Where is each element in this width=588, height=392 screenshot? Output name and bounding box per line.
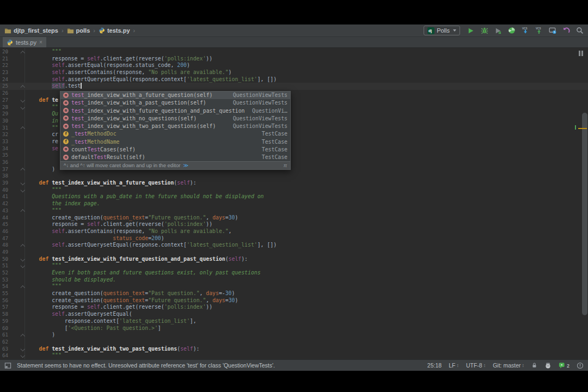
code-line[interactable]: 49	[0, 249, 588, 256]
code-line[interactable]: 20 """	[0, 48, 588, 56]
code-line[interactable]: 44 create_question(question_text="Future…	[0, 215, 588, 222]
code-line[interactable]: 39 def test_index_view_with_a_future_que…	[0, 180, 588, 187]
completion-item[interactable]: f_testMethodNameTestCase	[60, 138, 290, 145]
coverage-icon[interactable]	[494, 27, 502, 35]
fold-marker-icon[interactable]	[21, 181, 25, 186]
fold-marker-icon[interactable]	[21, 188, 25, 193]
hector-inspector-icon[interactable]	[544, 362, 552, 369]
code-line[interactable]: 41 Questions with a pub_date in the futu…	[0, 193, 588, 200]
completion-item[interactable]: mtest_index_view_with_two_past_questions…	[60, 122, 290, 130]
completion-match: test	[71, 108, 84, 114]
completion-item[interactable]: mtest_index_view_with_a_past_question(se…	[60, 99, 290, 107]
fold-marker-icon[interactable]	[21, 126, 25, 131]
completion-item[interactable]: mtest_index_view_with_future_question_an…	[60, 107, 290, 114]
fold-marker-icon[interactable]	[21, 258, 25, 262]
code-line[interactable]: 56 create_question(question_text="Future…	[0, 297, 588, 304]
code-line[interactable]: 59 response.context['latest_question_lis…	[0, 318, 588, 325]
line-ending-widget[interactable]: LF↕	[449, 362, 459, 369]
line-number: 41	[2, 193, 8, 200]
profiler-icon[interactable]	[507, 27, 516, 35]
completion-item[interactable]: mdefaultTestResult(self)TestCase	[60, 154, 290, 161]
hint-more-link[interactable]: ≫	[183, 162, 188, 168]
code-line[interactable]: 54 """	[0, 283, 588, 290]
changes-icon[interactable]	[548, 27, 556, 35]
code-line[interactable]: 23 self.assertContains(response, "No pol…	[0, 69, 588, 76]
code-line[interactable]: 24 self.assertQuerysetEqual(response.con…	[0, 76, 588, 83]
fold-marker-icon[interactable]	[21, 333, 25, 338]
debug-icon[interactable]	[480, 27, 488, 35]
fold-marker-icon[interactable]	[21, 354, 25, 358]
code-line[interactable]: 51 """	[0, 262, 588, 270]
fold-marker-icon[interactable]	[21, 50, 25, 54]
inspection-indicator[interactable]	[579, 51, 583, 56]
vcs-push-icon[interactable]: VCS	[535, 27, 543, 35]
close-icon[interactable]: ×	[39, 40, 42, 45]
code-line[interactable]: 58 self.assertQuerysetEqual(	[0, 311, 588, 318]
code-line[interactable]: 64 """	[0, 352, 588, 359]
code-text: should be displayed.	[26, 277, 116, 284]
breadcrumb-label: djtp_first_steps	[14, 27, 58, 34]
fold-marker-icon[interactable]	[21, 209, 25, 213]
fold-marker-icon[interactable]	[21, 347, 25, 352]
fold-marker-icon[interactable]	[21, 99, 25, 103]
git-branch-widget[interactable]: Git: master↕	[493, 362, 524, 369]
rollback-icon[interactable]	[562, 27, 570, 35]
code-line[interactable]: 63 def test_index_view_with_two_past_que…	[0, 346, 588, 353]
fold-marker-icon[interactable]	[21, 84, 25, 89]
caret-position-widget[interactable]: 25:18	[427, 362, 442, 369]
breadcrumb-item[interactable]: polls	[67, 27, 90, 34]
breadcrumb-item[interactable]: tests.py	[99, 27, 130, 34]
code-line[interactable]: 22 self.assertEqual(response.status_code…	[0, 62, 588, 69]
pi-icon: π	[284, 162, 287, 168]
line-number: 49	[2, 249, 8, 256]
code-line[interactable]: 57 response = self.client.get(reverse('p…	[0, 304, 588, 311]
scrollbar-thumb[interactable]	[582, 113, 587, 315]
fold-marker-icon[interactable]	[21, 264, 25, 268]
code-line[interactable]: 53 should be displayed.	[0, 277, 588, 284]
search-icon[interactable]	[575, 27, 584, 35]
code-editor[interactable]: 20 """21 response = self.client.get(reve…	[0, 48, 588, 359]
code-line[interactable]: 60 ['<Question: Past question.>']	[0, 325, 588, 332]
code-line[interactable]: 42 the index page.	[0, 200, 588, 207]
run-configuration-selector[interactable]: dj Polls	[424, 26, 460, 35]
code-line[interactable]: 40 """	[0, 187, 588, 194]
code-line[interactable]: 43 """	[0, 207, 588, 215]
vcs-update-icon[interactable]: VCS	[521, 27, 529, 35]
tab-tests-py[interactable]: tests.py ×	[3, 37, 46, 47]
code-line[interactable]: 25 self.test	[0, 83, 588, 90]
fold-marker-icon[interactable]	[21, 168, 25, 172]
code-line[interactable]: 55 create_question(question_text="Past q…	[0, 290, 588, 297]
completion-origin-class: TestCase	[258, 131, 287, 137]
code-line[interactable]: 46 self.assertContains(response, "No pol…	[0, 228, 588, 235]
code-line[interactable]: 21 response = self.client.get(reverse('p…	[0, 56, 588, 63]
fold-marker-icon[interactable]	[21, 243, 25, 248]
toggle-toolwindows-icon[interactable]	[4, 362, 11, 369]
fold-marker-icon[interactable]	[21, 106, 25, 110]
code-line[interactable]: 62	[0, 339, 588, 346]
breadcrumb-item[interactable]: djtp_first_steps	[4, 27, 58, 34]
code-line[interactable]: 45 response = self.client.get(reverse('p…	[0, 221, 588, 228]
lock-icon[interactable]	[531, 362, 537, 369]
completion-item[interactable]: f_testMethodDocTestCase	[60, 130, 290, 138]
fold-marker-icon[interactable]	[21, 285, 25, 289]
code-text: Qu	[26, 111, 58, 118]
line-number: 27	[2, 97, 8, 104]
code-text: create_question(question_text="Past ques…	[26, 290, 235, 297]
updown-icon: ↕	[483, 363, 486, 368]
encoding-widget[interactable]: UTF-8↕	[466, 362, 486, 369]
svg-text:VCS: VCS	[536, 27, 541, 30]
code-line[interactable]: 48 self.assertQuerysetEqual(response.con…	[0, 242, 588, 249]
run-icon[interactable]	[467, 27, 475, 35]
notifications-widget[interactable]: 2	[559, 362, 569, 369]
exclamation-icon[interactable]	[577, 362, 584, 369]
code-line[interactable]: 50 def test_index_view_with_future_quest…	[0, 256, 588, 263]
completion-item[interactable]: mtest_index_view_with_no_questions(self)…	[60, 114, 290, 122]
code-line[interactable]: 47 status_code=200)	[0, 235, 588, 242]
code-line[interactable]: 52 Even if both past and future question…	[0, 270, 588, 277]
screen: { "breadcrumbs": [ {"label": "djtp_first…	[0, 0, 588, 392]
completion-item[interactable]: mtest_index_view_with_a_future_question(…	[60, 91, 290, 99]
warning-stripe-marker[interactable]	[578, 128, 587, 129]
completion-item[interactable]: mcountTestCases(self)TestCase	[60, 145, 290, 153]
code-line[interactable]: 61 )	[0, 332, 588, 339]
code-line[interactable]: 38	[0, 173, 588, 180]
